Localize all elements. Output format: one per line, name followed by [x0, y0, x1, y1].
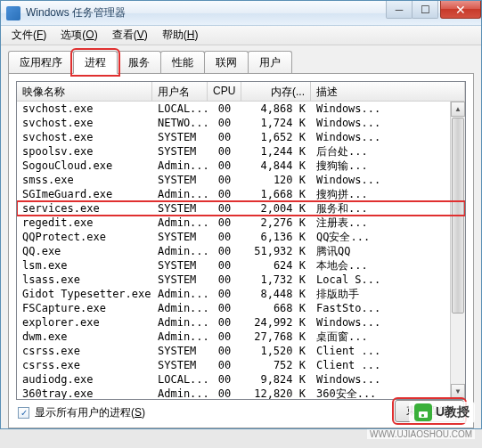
cell-description: 搜狗输...	[311, 159, 465, 174]
cell-image-name: services.exe	[17, 202, 152, 215]
cell-memory: 12,820 K	[241, 387, 311, 400]
table-row[interactable]: Gidot Typesetter.exeAdmin...008,448 K排版助…	[17, 287, 465, 301]
cell-cpu: 00	[208, 330, 241, 343]
cell-cpu: 00	[208, 273, 241, 286]
minimize-button[interactable]: ─	[386, 1, 413, 19]
table-row[interactable]: csrss.exeSYSTEM001,520 KClient ...	[17, 344, 465, 358]
table-row[interactable]: audiodg.exeLOCAL...009,824 KWindows...	[17, 372, 465, 387]
tab-performance[interactable]: 性能	[160, 51, 205, 73]
scroll-down-button[interactable]: ▼	[451, 384, 465, 399]
task-manager-window: Windows 任务管理器 ─ ☐ ✕ 文件(F) 选项(O) 查看(V) 帮助…	[0, 0, 482, 429]
tab-users[interactable]: 用户	[248, 51, 292, 73]
cell-description: Windows...	[311, 117, 465, 129]
cell-username: Admin...	[152, 188, 208, 200]
cell-description: Client ...	[311, 345, 465, 357]
maximize-button[interactable]: ☐	[412, 1, 438, 19]
cell-cpu: 00	[208, 302, 241, 314]
cell-memory: 624 K	[241, 259, 311, 272]
cell-description: 桌面窗...	[311, 330, 465, 345]
col-description[interactable]: 描述	[311, 82, 465, 101]
cell-username: LOCAL...	[152, 102, 208, 115]
cell-image-name: explorer.exe	[17, 316, 152, 329]
cell-memory: 1,652 K	[241, 131, 311, 143]
processes-pane: 映像名称 用户名 CPU 内存(... 描述 svchost.exeLOCAL.…	[8, 74, 474, 428]
cell-username: SYSTEM	[152, 345, 208, 357]
tab-applications[interactable]: 应用程序	[8, 51, 74, 73]
show-all-users-checkbox[interactable]: ✓	[18, 407, 29, 419]
table-row[interactable]: services.exeSYSTEM002,004 K服务和...	[17, 201, 465, 216]
menu-help[interactable]: 帮助(H)	[155, 26, 206, 45]
cell-image-name: spoolsv.exe	[17, 145, 152, 158]
table-row[interactable]: lsass.exeSYSTEM001,732 KLocal S...	[17, 273, 465, 287]
cell-username: Admin...	[152, 216, 208, 229]
cell-username: SYSTEM	[152, 231, 208, 243]
cell-description: 后台处...	[311, 144, 465, 159]
cell-memory: 6,136 K	[241, 231, 311, 243]
col-cpu[interactable]: CPU	[208, 82, 241, 101]
menu-file[interactable]: 文件(F)	[4, 26, 53, 45]
window-controls: ─ ☐ ✕	[386, 1, 481, 19]
cell-image-name: QQ.exe	[17, 245, 152, 257]
vertical-scrollbar[interactable]: ▲ ▼	[450, 102, 465, 399]
table-row[interactable]: csrss.exeSYSTEM00752 KClient ...	[17, 358, 465, 372]
process-list[interactable]: 映像名称 用户名 CPU 内存(... 描述 svchost.exeLOCAL.…	[16, 81, 466, 400]
cell-description: QQ安全...	[311, 230, 465, 245]
cell-description: Windows...	[311, 316, 465, 329]
close-button[interactable]: ✕	[440, 1, 481, 19]
watermark-url: WWW.UJIAOSHOU.COM	[367, 429, 475, 439]
cell-username: SYSTEM	[152, 145, 208, 158]
table-row[interactable]: spoolsv.exeSYSTEM001,244 K后台处...	[17, 144, 465, 159]
cell-username: Admin...	[152, 159, 208, 172]
cell-cpu: 00	[208, 245, 241, 257]
col-image-name[interactable]: 映像名称	[17, 82, 152, 101]
cell-username: Admin...	[152, 316, 208, 329]
cell-image-name: audiodg.exe	[17, 373, 152, 386]
table-row[interactable]: svchost.exeSYSTEM001,652 KWindows...	[17, 130, 465, 144]
tab-processes[interactable]: 进程	[73, 51, 118, 74]
cell-cpu: 00	[208, 159, 241, 172]
table-row[interactable]: dwm.exeAdmin...0027,768 K桌面窗...	[17, 330, 465, 344]
table-row[interactable]: FSCapture.exeAdmin...00668 KFastSto...	[17, 301, 465, 315]
table-row[interactable]: explorer.exeAdmin...0024,992 KWindows...	[17, 315, 465, 330]
cell-description: 腾讯QQ	[311, 244, 465, 259]
cell-memory: 120 K	[241, 174, 311, 186]
cell-cpu: 00	[208, 117, 241, 129]
table-row[interactable]: 360tray.exeAdmin...0012,820 K360安全...	[17, 387, 465, 400]
cell-username: NETWO...	[152, 117, 208, 129]
table-row[interactable]: SogouCloud.exeAdmin...004,844 K搜狗输...	[17, 159, 465, 173]
menu-view[interactable]: 查看(V)	[105, 26, 155, 45]
table-row[interactable]: svchost.exeLOCAL...004,868 KWindows...	[17, 102, 465, 116]
table-row[interactable]: svchost.exeNETWO...001,724 KWindows...	[17, 116, 465, 130]
tab-networking[interactable]: 联网	[204, 51, 249, 73]
table-row[interactable]: regedit.exeAdmin...002,276 K注册表...	[17, 216, 465, 230]
cell-cpu: 00	[208, 373, 241, 386]
cell-username: SYSTEM	[152, 359, 208, 371]
table-row[interactable]: QQ.exeAdmin...0051,932 K腾讯QQ	[17, 244, 465, 258]
cell-username: SYSTEM	[152, 273, 208, 286]
menu-options[interactable]: 选项(O)	[53, 26, 104, 45]
cell-username: SYSTEM	[152, 174, 208, 186]
table-row[interactable]: smss.exeSYSTEM00120 KWindows...	[17, 173, 465, 187]
cell-image-name: csrss.exe	[17, 359, 152, 371]
watermark-icon	[414, 403, 432, 421]
cell-image-name: 360tray.exe	[17, 387, 152, 400]
col-username[interactable]: 用户名	[152, 82, 208, 101]
table-row[interactable]: SGImeGuard.exeAdmin...001,668 K搜狗拼...	[17, 187, 465, 201]
cell-image-name: QQProtect.exe	[17, 231, 152, 243]
table-row[interactable]: QQProtect.exeSYSTEM006,136 KQQ安全...	[17, 230, 465, 244]
cell-image-name: lsass.exe	[17, 273, 152, 286]
tab-services[interactable]: 服务	[117, 51, 161, 73]
cell-cpu: 00	[208, 288, 241, 300]
cell-cpu: 00	[208, 316, 241, 329]
table-row[interactable]: lsm.exeSYSTEM00624 K本地会...	[17, 258, 465, 273]
cell-description: 服务和...	[311, 201, 465, 216]
cell-image-name: lsm.exe	[17, 259, 152, 272]
titlebar[interactable]: Windows 任务管理器 ─ ☐ ✕	[1, 1, 481, 26]
cell-memory: 1,520 K	[241, 345, 311, 357]
col-memory[interactable]: 内存(...	[241, 82, 311, 101]
scroll-up-button[interactable]: ▲	[451, 102, 465, 117]
cell-username: SYSTEM	[152, 259, 208, 272]
cell-memory: 51,932 K	[241, 245, 311, 257]
show-all-users-label: 显示所有用户的进程(S)	[35, 405, 145, 420]
cell-memory: 9,824 K	[241, 373, 311, 386]
